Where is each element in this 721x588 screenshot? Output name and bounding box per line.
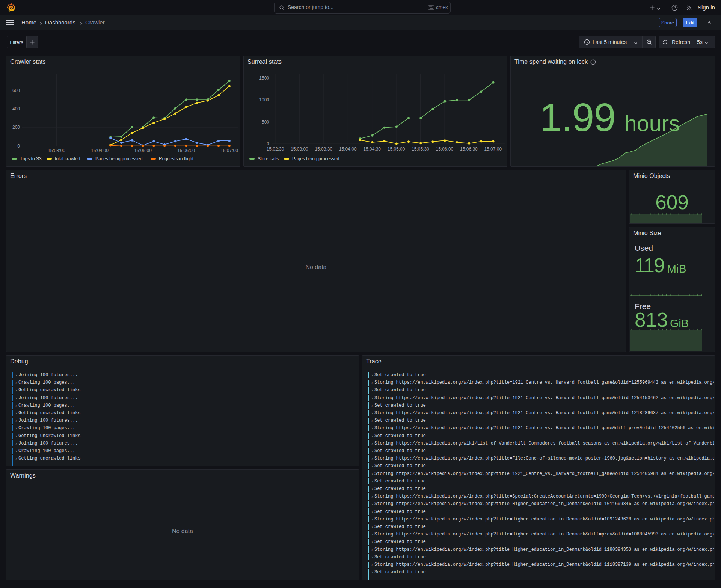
svg-text:200: 200 xyxy=(12,125,20,130)
svg-text:15:04:00: 15:04:00 xyxy=(91,148,109,153)
svg-text:15:07:00: 15:07:00 xyxy=(484,146,502,152)
svg-text:500: 500 xyxy=(262,119,269,125)
svg-text:15:06:00: 15:06:00 xyxy=(177,148,195,153)
svg-text:15:07:00: 15:07:00 xyxy=(220,148,238,153)
svg-text:600: 600 xyxy=(12,88,20,93)
svg-text:1500: 1500 xyxy=(259,75,269,81)
svg-text:15:05:00: 15:05:00 xyxy=(134,148,152,153)
svg-text:15:03:00: 15:03:00 xyxy=(291,146,308,152)
svg-text:15:02:30: 15:02:30 xyxy=(267,146,284,152)
svg-text:0: 0 xyxy=(17,143,20,149)
svg-text:400: 400 xyxy=(12,106,20,112)
svg-text:15:05:00: 15:05:00 xyxy=(388,146,405,152)
svg-text:15:05:30: 15:05:30 xyxy=(412,146,429,152)
svg-text:0: 0 xyxy=(267,141,269,146)
svg-text:15:03:30: 15:03:30 xyxy=(315,146,332,152)
svg-text:15:06:30: 15:06:30 xyxy=(460,146,478,152)
svg-text:15:03:00: 15:03:00 xyxy=(48,148,65,153)
svg-text:15:04:00: 15:04:00 xyxy=(339,146,357,152)
svg-text:15:04:30: 15:04:30 xyxy=(363,146,381,152)
svg-text:1000: 1000 xyxy=(259,97,269,103)
svg-text:15:06:00: 15:06:00 xyxy=(436,146,454,152)
